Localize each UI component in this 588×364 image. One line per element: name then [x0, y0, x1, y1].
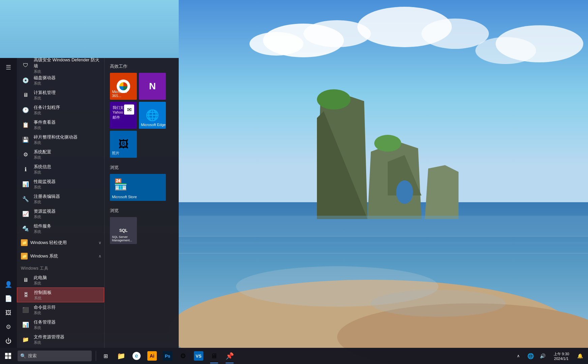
svg-point-21	[374, 135, 401, 152]
app-item-this-pc[interactable]: 🖥 此电脑 系统	[17, 273, 104, 287]
clock-time: 上午 9:30	[554, 352, 569, 357]
hamburger-icon[interactable]: ☰	[2, 61, 15, 74]
start-button[interactable]	[0, 348, 16, 364]
store-logo: 🏪	[114, 178, 127, 191]
tile-onenote[interactable]: N	[139, 73, 166, 100]
taskmgr-icon: 📊	[21, 320, 30, 329]
taskbar-pinned-icons: ⊞ 📁 e Ai Ps ⚙ VS 🖥 📌	[94, 348, 237, 364]
pin-separator	[96, 351, 96, 361]
taskbar-photoshop[interactable]: Ps	[160, 348, 175, 364]
edge-logo: 🌐	[146, 109, 159, 122]
svg-rect-11	[179, 253, 588, 254]
svg-point-24	[371, 290, 506, 317]
tray-chevron[interactable]: ∧	[513, 348, 524, 364]
tile-edge[interactable]: 🌐 Microsoft Edge	[139, 102, 166, 129]
app-item-sysinfo[interactable]: ℹ 系统信息 系统	[17, 162, 104, 177]
notification-icon[interactable]: 🔔	[575, 348, 585, 364]
app-item-resmon[interactable]: 📈 资源监视器 系统	[17, 206, 104, 221]
svg-marker-19	[425, 165, 459, 219]
app-list-panel: 🛡 高级安全 Windows Defender 防火墙 系统 💿 磁盘驱动器 系…	[17, 58, 105, 348]
svg-rect-22	[179, 216, 588, 236]
clock-date: 2024/1/1	[554, 357, 568, 361]
windows-tools-header: Windows 工具	[17, 263, 104, 273]
defender-icon: 🛡	[21, 61, 30, 70]
sysconfig-icon: ⚙	[21, 150, 30, 159]
sql-logo: SQL	[119, 228, 128, 233]
tray-network[interactable]: 🌐	[525, 348, 536, 364]
app-item-run[interactable]: ▶ 运行 系统	[17, 347, 104, 348]
folder-windows-system-icon: 📁	[21, 253, 28, 260]
disk-icon: 💿	[21, 75, 30, 85]
tile-yahoo[interactable]: ✉ 我们支持 Yahoo邮件	[110, 102, 137, 129]
tile-store[interactable]: 🏪 Microsoft Store	[110, 174, 166, 201]
taskbar-active-window2[interactable]: 📌	[222, 348, 237, 364]
app-item-regedit[interactable]: 🔧 注册表编辑器 系统	[17, 191, 104, 206]
taskbar-active-window1[interactable]: 🖥	[207, 348, 222, 364]
event-viewer-icon: 📋	[21, 120, 30, 129]
explore-tiles: SQL SQL ServerManagement...	[110, 217, 173, 244]
folder-accessibility[interactable]: 📁 Windows 轻松使用 ∨	[17, 236, 104, 249]
taskbar-tool5[interactable]: ⚙	[176, 348, 190, 364]
pictures-icon[interactable]: 🖼	[2, 306, 15, 320]
app-item-taskmgr[interactable]: 📊 任务管理器 系统	[17, 317, 104, 332]
this-pc-icon: 🖥	[21, 275, 30, 285]
taskbar-edge[interactable]: e	[129, 348, 144, 364]
taskbar: 🔍 搜索 ⊞ 📁 e Ai Ps ⚙ VS 🖥	[0, 348, 588, 364]
app-item-defrag[interactable]: 💾 碎片整理和优化驱动器 系统	[17, 132, 104, 147]
perfmon-icon: 📊	[21, 179, 30, 189]
app-item-disk[interactable]: 💿 磁盘驱动器 系统	[17, 73, 104, 88]
app-list: 🛡 高级安全 Windows Defender 防火墙 系统 💿 磁盘驱动器 系…	[17, 58, 104, 348]
windows-logo	[5, 353, 11, 359]
app-item-event-viewer[interactable]: 📋 事件查看器 系统	[17, 117, 104, 132]
computer-mgmt-icon: 🖥	[21, 90, 30, 100]
app-item-sysconfig[interactable]: ⚙ 系统配置 系统	[17, 147, 104, 162]
efficient-work-tiles: Microsoft 365... N ✉ 我们支持 Yahoo邮件 🌐 Micr…	[110, 73, 173, 158]
tile-ms365[interactable]: Microsoft 365...	[110, 73, 137, 100]
regedit-icon: 🔧	[21, 194, 30, 204]
tile-photos[interactable]: 🖼 照片	[110, 131, 137, 158]
folder-windows-system[interactable]: 📁 Windows 系统 ∧	[17, 249, 104, 263]
power-icon[interactable]: ⏻	[2, 334, 15, 348]
search-icon: 🔍	[20, 353, 26, 359]
svg-rect-10	[179, 243, 588, 243]
app-item-task-scheduler[interactable]: 🕐 任务计划程序 系统	[17, 102, 104, 117]
app-item-computer-mgmt[interactable]: 🖥 计算机管理 系统	[17, 88, 104, 102]
user-icon[interactable]: 👤	[2, 278, 15, 291]
documents-icon[interactable]: 📄	[2, 292, 15, 305]
start-menu: ☰ 👤 📄 🖼 ⚙ ⏻ 🛡 高级安全 Windows Defender 防火墙 …	[0, 58, 179, 348]
task-scheduler-icon: 🕐	[21, 105, 30, 115]
task-view-button[interactable]: ⊞	[98, 348, 113, 364]
tile-sql[interactable]: SQL SQL ServerManagement...	[110, 217, 137, 244]
tray-volume[interactable]: 🔊	[537, 348, 548, 364]
search-bar[interactable]: 🔍 搜索	[18, 351, 92, 361]
browse-title: 浏览	[110, 164, 173, 171]
app-item-compsvcs[interactable]: 🔩 组件服务 系统	[17, 221, 104, 236]
resmon-icon: 📈	[21, 209, 30, 218]
taskbar-illustrator[interactable]: Ai	[145, 348, 159, 364]
browse-tiles: 🏪 Microsoft Store	[110, 174, 173, 201]
cmd-icon: ⬛	[21, 305, 30, 314]
app-item-cmd[interactable]: ⬛ 命令提示符 系统	[17, 302, 104, 317]
taskbar-vscode[interactable]: VS	[191, 348, 206, 364]
search-placeholder: 搜索	[28, 353, 37, 359]
svg-point-18	[396, 180, 413, 204]
start-sidebar: ☰ 👤 📄 🖼 ⚙ ⏻	[0, 58, 17, 348]
compsvcs-icon: 🔩	[21, 224, 30, 233]
folder-accessibility-icon: 📁	[21, 239, 28, 246]
defrag-icon: 💾	[21, 135, 30, 144]
explore-title: 浏览	[110, 208, 173, 214]
clock[interactable]: 上午 9:30 2024/1/1	[550, 348, 573, 364]
app-item-perfmon[interactable]: 📊 性能监视器 系统	[17, 177, 104, 191]
file-explorer-icon: 📁	[21, 335, 30, 344]
sysinfo-icon: ℹ	[21, 164, 30, 174]
app-item-defender[interactable]: 🛡 高级安全 Windows Defender 防火墙 系统	[17, 58, 104, 73]
system-tray: ∧ 🌐 🔊 上午 9:30 2024/1/1 🔔	[513, 348, 588, 364]
app-item-control-panel[interactable]: 🎛 控制面板 系统	[17, 287, 104, 302]
svg-point-5	[421, 19, 489, 49]
svg-point-7	[496, 25, 583, 62]
taskbar-file-explorer[interactable]: 📁	[114, 348, 128, 364]
svg-rect-9	[179, 236, 588, 237]
settings-icon[interactable]: ⚙	[2, 320, 15, 334]
control-panel-icon: 🎛	[21, 290, 31, 300]
app-item-explorer[interactable]: 📁 文件资源管理器 系统	[17, 332, 104, 347]
